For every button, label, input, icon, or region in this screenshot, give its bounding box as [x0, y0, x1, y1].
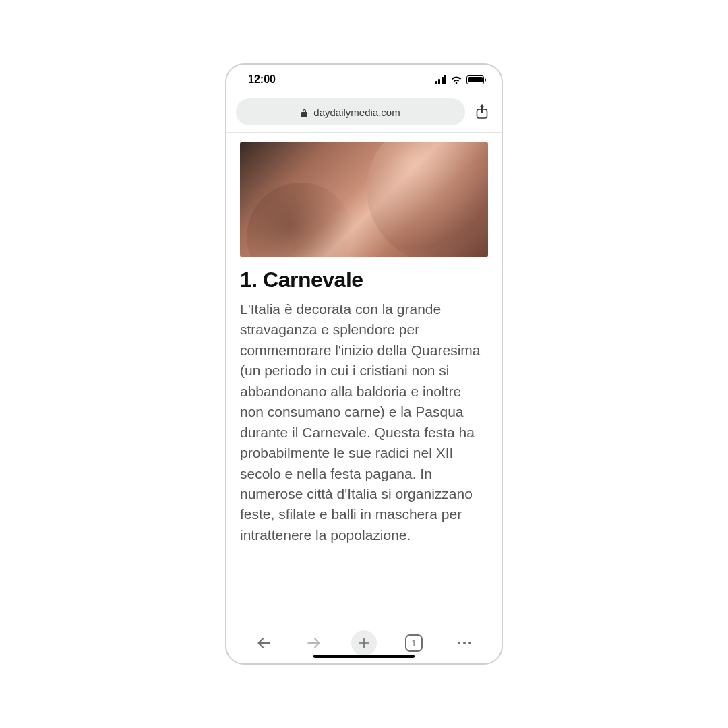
browser-toolbar: daydailymedia.com	[226, 94, 502, 132]
share-button[interactable]	[472, 102, 492, 122]
status-bar: 12:00	[226, 65, 502, 94]
arrow-right-icon	[305, 634, 323, 652]
arrow-left-icon	[255, 634, 272, 652]
battery-icon	[466, 75, 484, 84]
status-time: 12:00	[248, 73, 276, 86]
new-tab-button[interactable]	[351, 630, 377, 656]
home-indicator[interactable]	[313, 655, 415, 658]
share-icon	[475, 104, 489, 120]
cellular-icon	[435, 75, 447, 84]
menu-button[interactable]	[451, 630, 478, 657]
wifi-icon	[450, 75, 462, 84]
url-text: daydailymedia.com	[313, 107, 400, 118]
url-bar[interactable]: daydailymedia.com	[236, 98, 465, 125]
more-icon	[458, 642, 471, 644]
tabs-button[interactable]: 1	[400, 630, 427, 657]
article-image	[240, 142, 488, 257]
tabs-count-badge: 1	[405, 634, 423, 652]
plus-icon	[357, 636, 371, 650]
article-body: L'Italia è decorata con la grande strava…	[240, 299, 488, 545]
page-content[interactable]: 1. Carnevale L'Italia è decorata con la …	[226, 133, 502, 623]
article-title: 1. Carnevale	[240, 268, 488, 293]
back-button[interactable]	[250, 630, 277, 657]
phone-frame: 12:00 daydailymedia.com 1. Carnevale L'I…	[225, 63, 503, 665]
lock-icon	[301, 108, 308, 117]
tabs-count: 1	[411, 638, 416, 648]
forward-button[interactable]	[301, 630, 328, 657]
status-indicators	[435, 75, 485, 84]
